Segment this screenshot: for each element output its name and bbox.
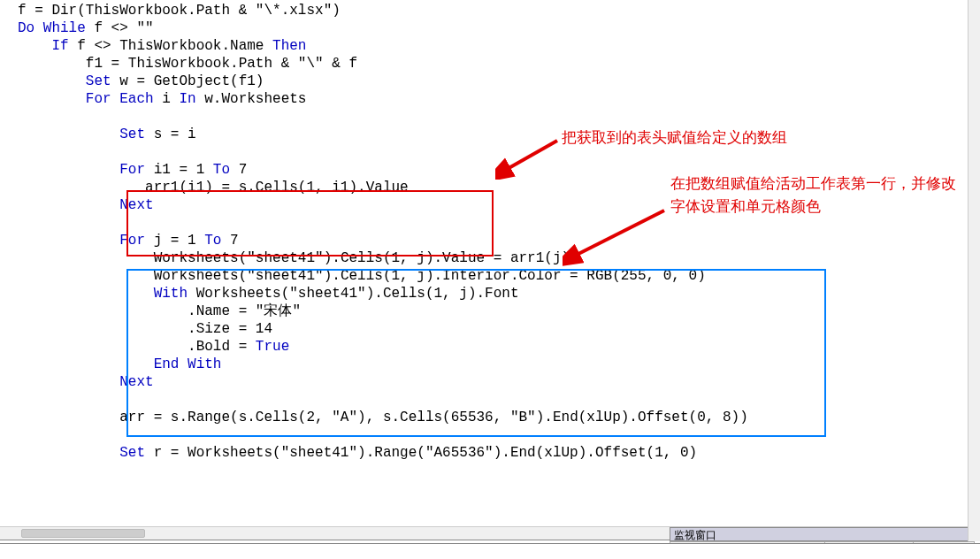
code-line: arr = s.Range(s.Cells(2,	[119, 410, 332, 425]
code-line: f1 = ThisWorkbook.Path &	[86, 56, 298, 72]
watch-window-title: 监视窗口	[670, 527, 975, 541]
vertical-scrollbar[interactable]	[968, 0, 980, 541]
code-line: .Name =	[188, 303, 256, 319]
code-line: For	[119, 162, 145, 178]
code-line: Next	[119, 374, 153, 390]
bottom-bar	[0, 543, 980, 559]
code-line: Worksheets(	[154, 268, 248, 284]
code-line: .Size = 14	[188, 321, 272, 337]
scrollbar-thumb[interactable]	[21, 529, 145, 538]
code-editor[interactable]: f = Dir(ThisWorkbook.Path & "\*.xlsx") D…	[0, 0, 980, 526]
code-line: f = Dir(ThisWorkbook.Path &	[18, 3, 256, 19]
code-line: For Each	[86, 91, 154, 107]
code-line: For	[119, 233, 145, 249]
code-line: With	[154, 286, 188, 302]
code-line: Set	[119, 445, 145, 461]
code-line: End With	[154, 356, 222, 372]
annotation-text-2: 在把数组赋值给活动工作表第一行，并修改字体设置和单元格颜色	[670, 172, 962, 218]
code-line: Do While	[18, 20, 86, 36]
code-line: .Bold =	[188, 339, 256, 355]
code-line: arr1(i1) = s.Cells(1, i1).Value	[145, 180, 409, 195]
code-line: If	[51, 38, 68, 54]
code-line: Set	[119, 126, 145, 142]
code-line: Set	[86, 73, 111, 89]
code-line: Next	[119, 197, 153, 213]
code-line: Worksheets(	[154, 250, 248, 266]
annotation-text-1: 把获取到的表头赋值给定义的数组	[562, 126, 787, 149]
